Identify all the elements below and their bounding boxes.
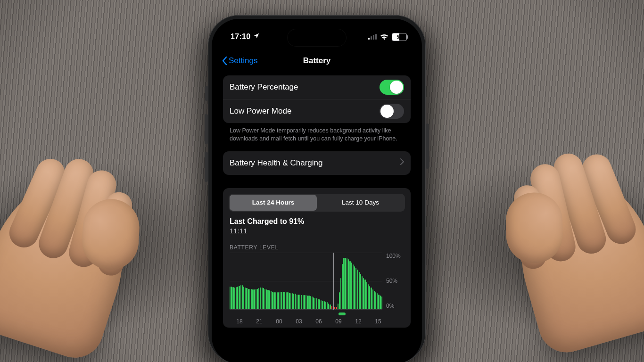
range-segmented-control: Last 24 Hours Last 10 Days: [229, 194, 405, 212]
segment-24h[interactable]: Last 24 Hours: [230, 195, 317, 211]
x-tick: 06: [309, 318, 329, 325]
side-button[interactable]: [426, 123, 429, 169]
x-tick: 00: [269, 318, 289, 325]
battery-percentage-switch[interactable]: [380, 80, 404, 95]
segment-10d[interactable]: Last 10 Days: [317, 195, 404, 211]
back-button[interactable]: Settings: [221, 56, 257, 66]
phone-screen: 17:10 50: [216, 24, 417, 362]
right-hand: [501, 159, 644, 359]
left-hand: [0, 163, 146, 362]
chevron-right-icon: [400, 158, 404, 168]
chart-plot: [230, 253, 382, 310]
y-tick-bot: 0%: [386, 303, 407, 309]
wifi-icon: [380, 33, 388, 40]
y-tick-top: 100%: [386, 253, 407, 259]
chart-cursor: [333, 253, 334, 310]
x-tick: 03: [289, 318, 309, 325]
battery-level-chart[interactable]: 100% 50% 0% 1821000306091215: [223, 253, 411, 325]
health-group: Battery Health & Charging: [223, 151, 411, 175]
last-charged-time: 11:11: [230, 227, 404, 235]
chevron-left-icon: [221, 56, 228, 66]
x-tick: 15: [368, 318, 388, 325]
toggles-group: Battery Percentage Low Power Mode: [223, 75, 411, 123]
low-power-mode-footnote: Low Power Mode temporarily reduces backg…: [223, 123, 411, 151]
mute-switch[interactable]: [205, 86, 208, 101]
low-power-mode-row[interactable]: Low Power Mode: [223, 99, 411, 123]
last-charged-title: Last Charged to 91%: [230, 217, 404, 226]
volume-down-button[interactable]: [205, 152, 208, 182]
battery-percentage-label: Battery Percentage: [230, 82, 298, 92]
low-power-mode-label: Low Power Mode: [230, 107, 291, 116]
phone-body: 17:10 50: [208, 15, 426, 362]
desk-surface: 17:10 50: [0, 0, 644, 362]
x-tick: 09: [329, 318, 348, 325]
status-time: 17:10: [231, 33, 250, 41]
battery-percent: 50: [396, 34, 402, 40]
battery-health-row[interactable]: Battery Health & Charging: [223, 151, 411, 175]
location-icon: [253, 33, 260, 41]
charging-indicator-rail: [230, 313, 386, 315]
x-tick: 12: [348, 318, 368, 325]
battery-health-label: Battery Health & Charging: [230, 158, 323, 168]
back-label: Settings: [229, 56, 257, 66]
usage-card: Last 24 Hours Last 10 Days Last Charged …: [223, 188, 411, 328]
battery-icon: 50: [392, 33, 407, 41]
dynamic-island[interactable]: [288, 29, 346, 46]
cellular-icon: [368, 34, 377, 40]
nav-bar: Settings Battery: [216, 50, 417, 72]
low-power-mode-switch[interactable]: [380, 104, 404, 119]
battery-percentage-row[interactable]: Battery Percentage: [223, 75, 411, 99]
volume-up-button[interactable]: [205, 114, 208, 144]
y-tick-mid: 50%: [386, 278, 407, 284]
x-tick: 18: [230, 318, 249, 325]
chart-y-axis: 100% 50% 0%: [382, 253, 407, 309]
chart-title: BATTERY LEVEL: [223, 238, 411, 253]
chart-x-axis: 1821000306091215: [230, 315, 407, 325]
x-tick: 21: [249, 318, 269, 325]
